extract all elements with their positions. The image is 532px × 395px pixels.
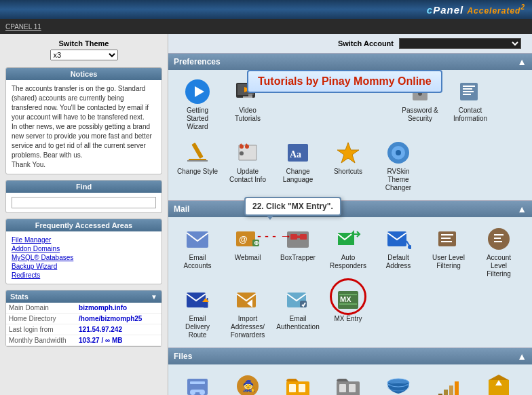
files-scroll-icon[interactable]: ▲ <box>517 351 527 362</box>
preferences-panel: Preferences ▲ Getting Started Wizard <box>168 54 532 201</box>
update-contact-label: Update Contact Info <box>227 168 269 184</box>
svg-rect-68 <box>289 384 296 392</box>
default-address-icon <box>385 225 412 252</box>
email-auth-label: Email Authentication <box>276 315 319 331</box>
svg-rect-5 <box>243 96 252 98</box>
switch-account-bar: Switch Account <box>168 34 532 54</box>
freq-link-mysql[interactable]: MySQL® Databases <box>12 253 156 262</box>
tooltip-arrow <box>266 214 274 220</box>
freq-link-item: Backup Wizard <box>12 262 156 271</box>
svg-text:Aa: Aa <box>290 149 301 159</box>
change-style-label: Change Style <box>177 168 218 176</box>
pref-contact-info[interactable]: Contact Information <box>446 75 494 134</box>
header: cPanel Accelerated2 <box>0 0 532 19</box>
mx-entry-icon: MX <box>335 286 362 314</box>
mail-default-address[interactable]: Default Address <box>375 223 422 273</box>
svg-rect-69 <box>299 384 305 392</box>
pref-change-language[interactable]: Aa Change Language <box>274 136 322 195</box>
switch-theme-label: Switch Theme <box>5 39 162 48</box>
stats-arrow-icon[interactable]: ▼ <box>151 293 157 301</box>
table-row: Main Domain bizmomph.info <box>6 303 162 314</box>
preferences-panel-header: Preferences ▲ <box>168 54 532 70</box>
files-ftp-accounts[interactable]: FTP Accounts <box>475 370 522 395</box>
files-backup-wizard[interactable]: 🧙 Backup Wizard <box>224 370 271 395</box>
import-addresses-label: Import Addresses/ Forwarders <box>227 315 269 339</box>
stat-value: 121.54.97.242 <box>76 324 162 335</box>
svg-text:MX: MX <box>340 295 352 303</box>
files-backups[interactable]: Backups <box>174 370 221 395</box>
files-panel-content: Backups 🧙 Backup Wizard <box>168 364 532 395</box>
mail-user-level-filtering[interactable]: User Level Filtering <box>425 223 472 273</box>
mail-import-addresses[interactable]: Import Addresses/ Forwarders <box>224 284 271 342</box>
shortcuts-label: Shortcuts <box>334 168 362 176</box>
stat-value: 103.27 / ∞ MB <box>76 335 162 346</box>
freq-link-redirects[interactable]: Redirects <box>12 271 156 280</box>
freq-content: File Manager Addon Domains MySQL® Databa… <box>6 231 162 284</box>
svg-rect-4 <box>248 94 252 96</box>
auto-responders-icon <box>335 225 362 252</box>
freq-link-backup-wizard[interactable]: Backup Wizard <box>12 262 156 271</box>
find-header: Find <box>6 181 162 193</box>
mail-email-auth[interactable]: Email Authentication <box>274 284 322 334</box>
email-accounts-label: Email Accounts <box>176 254 218 270</box>
mail-scroll-icon[interactable]: ▲ <box>517 204 527 214</box>
disk-space-icon <box>435 373 462 395</box>
table-row: Monthly Bandwidth 103.27 / ∞ MB <box>6 335 162 346</box>
files-file-manager[interactable]: File Manager <box>274 370 322 395</box>
files-web-disk[interactable]: Web Disk <box>375 370 422 395</box>
auto-responders-label: Auto Responders <box>327 254 369 270</box>
svg-rect-10 <box>463 86 475 87</box>
svg-rect-59 <box>339 294 357 295</box>
pref-video-tutorials[interactable]: Tutorials by Pinay Mommy Online Video Tu… <box>224 75 271 134</box>
default-address-label: Default Address <box>377 254 419 270</box>
freq-link-item: File Manager <box>12 236 156 244</box>
stats-title: Stats <box>10 293 28 301</box>
notices-text: The accounts transfer is on the go. Stan… <box>12 84 156 170</box>
mail-email-accounts[interactable]: Email Accounts <box>174 223 221 273</box>
switch-account-select[interactable] <box>399 38 521 49</box>
email-delivery-icon <box>184 286 211 314</box>
update-contact-icon <box>234 139 261 166</box>
notices-header: Notices <box>6 68 162 80</box>
pref-update-contact[interactable]: Update Contact Info <box>224 136 271 195</box>
files-legacy-file-manager[interactable]: Legacy File Manager <box>324 370 372 395</box>
pref-shortcuts[interactable]: Shortcuts <box>324 136 372 195</box>
user-level-filtering-icon <box>435 225 462 252</box>
table-row: Home Directory /home/bizmomph25 <box>6 314 162 324</box>
switch-theme-select[interactable]: x3 <box>50 50 118 60</box>
import-addresses-icon <box>234 286 261 314</box>
stats-section: Stats ▼ Main Domain bizmomph.info Home D… <box>5 290 162 347</box>
pref-change-style[interactable]: Change Style <box>174 136 221 195</box>
preferences-panel-content: Getting Started Wizard <box>168 70 532 200</box>
stats-header: Stats ▼ <box>6 290 162 303</box>
dashed-arrow-icon: - - - → <box>257 229 292 244</box>
account-level-filtering-label: Account Level Filtering <box>478 254 520 278</box>
files-disk-space[interactable]: Disk Space Usage <box>425 370 472 395</box>
mail-webmail[interactable]: @ ⊕ Webmail 22. Click "MX Entry". - - - … <box>224 223 271 265</box>
mail-auto-responders[interactable]: Auto Responders <box>324 223 372 273</box>
mail-account-level-filtering[interactable]: Account Level Filtering <box>475 223 522 281</box>
preferences-scroll-icon[interactable]: ▲ <box>517 56 527 67</box>
svg-text:🧙: 🧙 <box>242 379 256 392</box>
pref-rvskin[interactable]: RVSkin Theme Changer <box>375 136 422 195</box>
ftp-accounts-icon <box>485 373 512 395</box>
mail-title: Mail <box>174 204 189 214</box>
freq-link-item: Addon Domains <box>12 244 156 253</box>
mail-email-delivery[interactable]: Email Delivery Route <box>174 284 221 342</box>
find-input[interactable] <box>12 197 156 208</box>
pref-getting-started[interactable]: Getting Started Wizard <box>174 75 221 134</box>
freq-header: Frequently Accessed Areas <box>6 219 162 231</box>
email-auth-icon <box>284 286 311 314</box>
mail-mx-entry[interactable]: MX MX Entry <box>324 284 372 326</box>
freq-link-file-manager[interactable]: File Manager <box>12 236 156 244</box>
svg-rect-64 <box>193 390 202 392</box>
svg-marker-37 <box>338 230 354 245</box>
mail-panel-content: Email Accounts @ ⊕ Webmail <box>168 217 532 347</box>
navbar-cpanel[interactable]: CPANEL 11 <box>5 23 41 31</box>
freq-link-addon-domains[interactable]: Addon Domains <box>12 244 156 253</box>
sidebar: Switch Theme x3 Notices The accounts tra… <box>0 34 168 395</box>
preferences-title: Preferences <box>174 57 221 67</box>
rvskin-label: RVSkin Theme Changer <box>377 168 419 192</box>
email-delivery-label: Email Delivery Route <box>176 315 218 339</box>
svg-rect-15 <box>191 143 203 159</box>
